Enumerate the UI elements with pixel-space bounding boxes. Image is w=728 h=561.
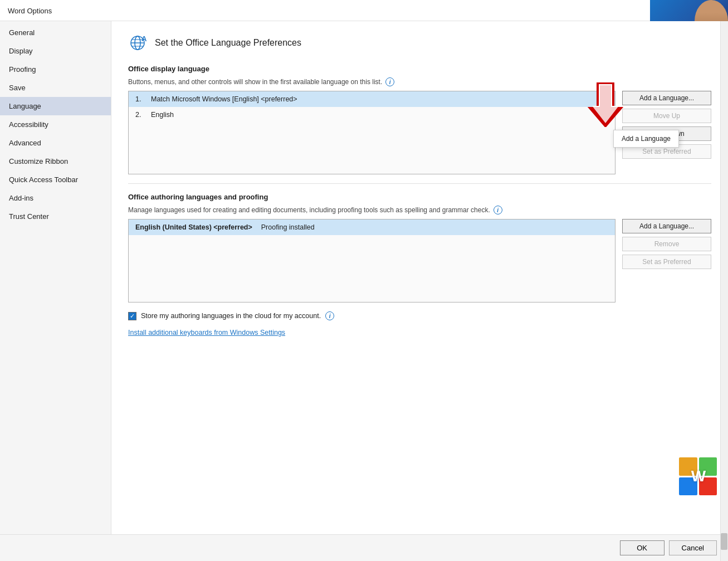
keyboard-link-row: Install additional keyboards from Window… xyxy=(128,328,711,336)
authoring-language-list[interactable]: English (United States) <preferred> Proo… xyxy=(128,219,615,303)
dialog-title: Word Options xyxy=(8,7,52,15)
add-language-tooltip: Add a Language xyxy=(613,130,679,148)
cloud-checkbox-label: Store my authoring languages in the clou… xyxy=(141,312,321,320)
sidebar-item-language[interactable]: Language xyxy=(0,97,111,115)
authoring-remove-button[interactable]: Remove xyxy=(622,237,711,251)
display-language-title: Office display language xyxy=(128,65,711,73)
sidebar-item-add-ins[interactable]: Add-ins xyxy=(0,189,111,207)
cloud-checkbox-info-icon[interactable]: i xyxy=(325,311,334,320)
title-bar: Word Options ? ✕ xyxy=(0,0,728,21)
display-language-list[interactable]: 1. Match Microsoft Windows [English] <pr… xyxy=(128,91,615,174)
authoring-language-title: Office authoring languages and proofing xyxy=(128,193,711,201)
word-options-dialog: Word Options ? ✕ General Display Proofin… xyxy=(0,0,728,561)
sidebar-item-trust-center[interactable]: Trust Center xyxy=(0,207,111,226)
display-lang-item-2[interactable]: 2. English xyxy=(129,107,615,123)
display-add-language-button[interactable]: Add a Language... xyxy=(622,91,711,105)
sidebar-item-quick-access-toolbar[interactable]: Quick Access Toolbar xyxy=(0,170,111,189)
section-header: A Set the Office Language Preferences xyxy=(128,32,711,53)
sidebar-item-save[interactable]: Save xyxy=(0,79,111,97)
section-divider xyxy=(128,183,711,184)
authoring-language-section: Office authoring languages and proofing … xyxy=(128,193,711,303)
authoring-language-buttons: Add a Language... Remove Set as Preferre… xyxy=(622,219,711,303)
authoring-add-language-button[interactable]: Add a Language... xyxy=(622,219,711,233)
display-lang-item-1[interactable]: 1. Match Microsoft Windows [English] <pr… xyxy=(129,91,615,107)
display-move-up-button[interactable]: Move Up xyxy=(622,109,711,123)
language-icon: A xyxy=(128,32,149,53)
sidebar-item-display[interactable]: Display xyxy=(0,42,111,60)
sidebar-item-advanced[interactable]: Advanced xyxy=(0,134,111,152)
cloud-checkbox[interactable]: ✓ xyxy=(128,312,136,320)
section-title: Set the Office Language Preferences xyxy=(155,38,301,48)
authoring-language-list-area: English (United States) <preferred> Proo… xyxy=(128,219,711,303)
authoring-lang-item-1[interactable]: English (United States) <preferred> Proo… xyxy=(129,219,615,235)
right-scrollbar[interactable] xyxy=(720,21,728,561)
cancel-button[interactable]: Cancel xyxy=(669,540,717,555)
main-layout: General Display Proofing Save Language A… xyxy=(0,21,728,534)
svg-text:A: A xyxy=(141,35,147,43)
svg-marker-9 xyxy=(593,85,618,124)
keyboard-settings-link[interactable]: Install additional keyboards from Window… xyxy=(128,329,285,336)
authoring-language-desc: Manage languages used for creating and e… xyxy=(128,206,711,214)
sidebar-item-customize-ribbon[interactable]: Customize Ribbon xyxy=(0,152,111,170)
bottom-bar: OK Cancel xyxy=(0,534,728,561)
authoring-set-preferred-button[interactable]: Set as Preferred xyxy=(622,255,711,269)
sidebar-item-accessibility[interactable]: Accessibility xyxy=(0,115,111,134)
arrow-down-icon xyxy=(586,82,625,127)
content-area: A Set the Office Language Preferences Of… xyxy=(111,21,728,534)
display-language-info-icon[interactable]: i xyxy=(385,77,394,86)
windows-logo: W xyxy=(679,457,717,495)
sidebar: General Display Proofing Save Language A… xyxy=(0,21,111,534)
cloud-checkbox-row: ✓ Store my authoring languages in the cl… xyxy=(128,311,711,320)
authoring-language-info-icon[interactable]: i xyxy=(494,206,502,214)
ok-button[interactable]: OK xyxy=(620,540,665,555)
scroll-thumb[interactable] xyxy=(721,533,727,550)
sidebar-item-proofing[interactable]: Proofing xyxy=(0,60,111,79)
sidebar-item-general[interactable]: General xyxy=(0,23,111,42)
